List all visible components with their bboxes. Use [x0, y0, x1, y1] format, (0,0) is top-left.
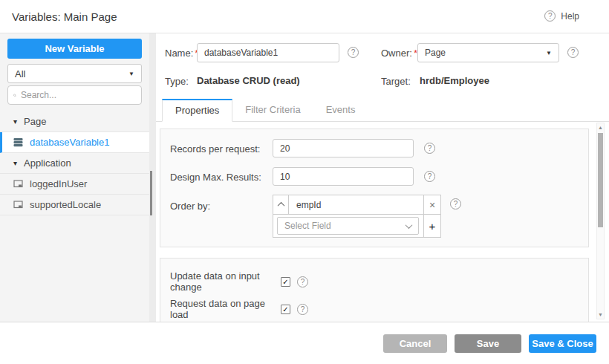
tree-item-supportedLocale[interactable]: supportedLocale: [0, 195, 149, 215]
request-data-label: Request data on page load: [170, 298, 281, 320]
update-data-label: Update data on input change: [170, 270, 281, 293]
save-button[interactable]: Save: [455, 334, 521, 353]
request-data-row: Request data on page load ✓ ?: [170, 298, 308, 320]
variable-filter-select[interactable]: All ▼: [7, 64, 142, 83]
order-by-group: empId × Select Field +: [273, 195, 441, 238]
close-icon: ×: [429, 199, 435, 211]
new-variable-button[interactable]: New Variable: [7, 39, 142, 59]
tree-item-loggedInUser[interactable]: loggedInUser: [0, 174, 149, 195]
chevron-down-icon: [406, 221, 413, 229]
owner-select[interactable]: Page ▼: [417, 43, 559, 62]
dropdown-icon: ▼: [128, 71, 134, 77]
target-value: hrdb/Employee: [420, 75, 489, 86]
name-input[interactable]: [197, 43, 339, 62]
variable-detail-panel: Name:* ? Owner:* Page ▼ ? Type: Database…: [156, 33, 609, 322]
dialog-header: Variables: Main Page ? Help: [0, 0, 609, 33]
add-order-field-button[interactable]: +: [423, 215, 440, 237]
plus-icon: +: [429, 220, 436, 233]
order-by-add-row: Select Field +: [273, 215, 440, 237]
design-max-results-help-icon[interactable]: ?: [424, 170, 435, 182]
sidebar-scrollbar-thumb[interactable]: [150, 171, 152, 215]
collapse-icon[interactable]: ▾: [13, 117, 17, 126]
search-input[interactable]: [21, 90, 136, 100]
variables-sidebar: New Variable All ▼ ▾ Page: [0, 33, 149, 322]
tab-properties[interactable]: Properties: [162, 99, 232, 122]
design-max-results-label: Design Max. Results:: [170, 172, 261, 183]
update-data-checkbox[interactable]: ✓: [281, 277, 290, 287]
records-help-icon[interactable]: ?: [424, 142, 435, 154]
database-variable-icon: [13, 137, 23, 147]
dropdown-icon: ▼: [546, 50, 552, 56]
static-variable-icon: [13, 200, 23, 209]
order-by-help-icon[interactable]: ?: [450, 198, 461, 209]
request-data-help-icon[interactable]: ?: [297, 304, 308, 315]
search-icon: [13, 91, 16, 100]
design-max-results-input[interactable]: [273, 167, 414, 186]
order-by-label: Order by:: [170, 201, 210, 212]
update-data-row: Update data on input change ✓ ?: [170, 270, 308, 293]
update-data-help-icon[interactable]: ?: [297, 276, 308, 287]
records-per-request-label: Records per request:: [170, 143, 260, 155]
help-icon[interactable]: ?: [544, 10, 556, 22]
variables-dialog: Variables: Main Page ? Help New Variable…: [0, 0, 609, 364]
tree-group-label: Application: [24, 157, 71, 169]
tab-filter-criteria[interactable]: Filter Criteria: [232, 99, 313, 121]
tree-group-label: Page: [24, 116, 46, 127]
name-label: Name:*: [165, 48, 198, 59]
remove-order-field-button[interactable]: ×: [423, 195, 440, 214]
tree-group-application[interactable]: ▾ Application: [0, 153, 149, 174]
save-and-close-button[interactable]: Save & Close: [529, 334, 596, 353]
check-icon: ✓: [282, 278, 288, 286]
order-by-entry-row: empId ×: [273, 195, 440, 215]
variable-filter-value: All: [15, 68, 25, 79]
tree-item-label: supportedLocale: [30, 199, 101, 210]
tree-item-label: databaseVariable1: [30, 137, 109, 148]
properties-panel: Records per request: ? Design Max. Resul…: [160, 129, 589, 247]
owner-value: Page: [425, 48, 446, 58]
owner-label: Owner:*: [381, 48, 417, 59]
static-variable-icon: [13, 179, 23, 189]
tree-item-databaseVariable1[interactable]: databaseVariable1: [0, 132, 149, 153]
cancel-button[interactable]: Cancel: [383, 334, 447, 353]
scroll-down-button[interactable]: ▼: [597, 312, 604, 317]
search-box[interactable]: [7, 85, 142, 105]
request-data-checkbox[interactable]: ✓: [281, 305, 290, 314]
select-field-placeholder: Select Field: [284, 221, 331, 231]
tab-events[interactable]: Events: [313, 99, 368, 121]
scroll-up-button[interactable]: ▲: [597, 125, 604, 130]
order-by-field-select[interactable]: Select Field: [277, 217, 419, 235]
target-label: Target:: [381, 76, 411, 87]
dialog-title: Variables: Main Page: [12, 10, 117, 23]
owner-help-icon[interactable]: ?: [567, 46, 579, 58]
help-label: Help: [561, 11, 579, 22]
scrollbar-thumb[interactable]: [598, 133, 603, 227]
check-icon: ✓: [282, 305, 288, 313]
collapse-icon[interactable]: ▾: [13, 159, 17, 167]
chevron-up-icon: [277, 202, 284, 209]
records-per-request-input[interactable]: [273, 139, 414, 157]
name-help-icon[interactable]: ?: [348, 46, 359, 58]
variables-tree: ▾ Page databaseVariable1 ▾ Application: [0, 111, 149, 215]
detail-tabs: Properties Filter Criteria Events: [156, 99, 609, 122]
options-panel: Update data on input change ✓ ? Request …: [160, 258, 589, 322]
type-label: Type:: [165, 76, 189, 87]
tree-group-page[interactable]: ▾ Page: [0, 111, 149, 132]
dialog-footer: Cancel Save Save & Close: [0, 322, 609, 364]
type-value: Database CRUD (read): [197, 75, 300, 86]
main-scrollbar[interactable]: ▲ ▼: [596, 123, 605, 319]
dialog-body: New Variable All ▼ ▾ Page: [0, 33, 609, 322]
help-link[interactable]: ? Help: [544, 10, 579, 22]
order-by-field-value: empId: [289, 195, 423, 214]
sort-direction-button[interactable]: [273, 195, 289, 214]
tree-item-label: loggedInUser: [30, 178, 87, 189]
